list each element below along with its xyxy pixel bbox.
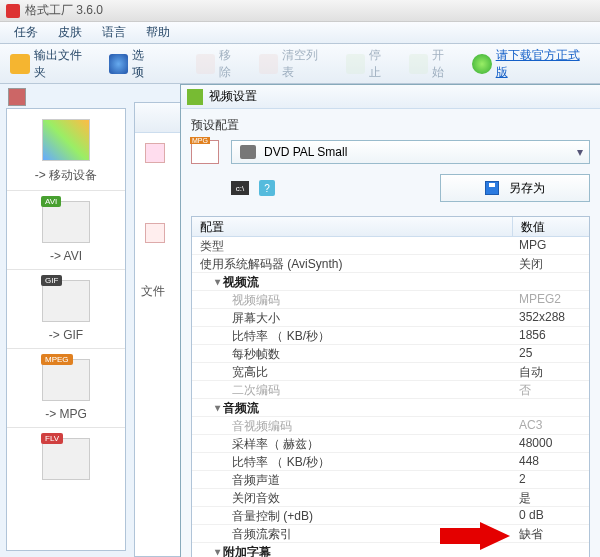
sidebar-item-mpg[interactable]: MPEG -> MPG (7, 349, 125, 428)
preset-mini-icon[interactable] (145, 143, 165, 163)
gif-icon: GIF (42, 280, 90, 322)
window-title: 格式工厂 3.6.0 (25, 2, 103, 19)
sidebar: -> 移动设备 AVI -> AVI GIF -> GIF MPEG -> MP… (6, 108, 126, 551)
grid-row[interactable]: 二次编码否 (192, 381, 589, 399)
grid-row[interactable]: 音频流索引缺省 (192, 525, 589, 543)
grid-row[interactable]: 音频声道2 (192, 471, 589, 489)
preset-label: 预设配置 (191, 117, 590, 134)
sidebar-item-avi[interactable]: AVI -> AVI (7, 191, 125, 270)
grid-row[interactable]: 音频流 (192, 399, 589, 417)
sidebar-item-mobile[interactable]: -> 移动设备 (7, 109, 125, 191)
options-icon (109, 54, 129, 74)
mpg-icon: MPEG (42, 359, 90, 401)
avi-icon: AVI (42, 201, 90, 243)
titlebar: 格式工厂 3.6.0 (0, 0, 600, 22)
grid-row[interactable]: 音量控制 (+dB)0 dB (192, 507, 589, 525)
video-settings-panel: 视频设置 预设配置 DVD PAL Small c:\ ? 另存为 (180, 84, 600, 557)
clear-icon (259, 54, 279, 74)
save-as-button[interactable]: 另存为 (440, 174, 590, 202)
grid-row[interactable]: 音视频编码AC3 (192, 417, 589, 435)
grid-row[interactable]: 视频流 (192, 273, 589, 291)
grid-row[interactable]: 每秒帧数25 (192, 345, 589, 363)
disc-icon (240, 145, 256, 159)
sidebar-item-gif[interactable]: GIF -> GIF (7, 270, 125, 349)
grid-row[interactable]: 宽高比自动 (192, 363, 589, 381)
grid-row[interactable]: 采样率（ 赫兹）48000 (192, 435, 589, 453)
preset-combo[interactable]: DVD PAL Small (231, 140, 590, 164)
output-folder-button[interactable]: 输出文件夹 (4, 45, 99, 83)
grid-row[interactable]: 比特率 （ KB/秒）448 (192, 453, 589, 471)
settings-title: 视频设置 (181, 85, 600, 109)
sidebar-item-flv[interactable]: FLV (7, 428, 125, 480)
start-button: 开始 (403, 45, 462, 83)
grid-row[interactable]: 附加字幕 (192, 543, 589, 557)
grid-row[interactable]: 关闭音效是 (192, 489, 589, 507)
grid-header: 配置 数值 (192, 217, 589, 237)
console-icon[interactable]: c:\ (231, 181, 249, 195)
globe-icon (472, 54, 492, 74)
grid-row[interactable]: 屏幕大小352x288 (192, 309, 589, 327)
mobile-icon (42, 119, 90, 161)
menubar: 任务 皮肤 语言 帮助 (0, 22, 600, 44)
video-tab-icon[interactable] (8, 88, 26, 106)
grid-row[interactable]: 类型MPG (192, 237, 589, 255)
options-button[interactable]: 选项 (103, 45, 162, 83)
start-icon (409, 54, 429, 74)
grid-row[interactable]: 比特率 （ KB/秒）1856 (192, 327, 589, 345)
settings-grid: 配置 数值 类型MPG使用系统解码器 (AviSynth)关闭视频流视频编码MP… (191, 216, 590, 557)
app-icon (6, 4, 20, 18)
menu-help[interactable]: 帮助 (136, 22, 180, 43)
workspace: -> 移动设备 AVI -> AVI GIF -> GIF MPEG -> MP… (0, 84, 600, 557)
menu-language[interactable]: 语言 (92, 22, 136, 43)
remove-icon (196, 54, 216, 74)
stop-button: 停止 (340, 45, 399, 83)
grid-row[interactable]: 使用系统解码器 (AviSynth)关闭 (192, 255, 589, 273)
folder-icon (10, 54, 30, 74)
download-link[interactable]: 请下载官方正式版 (466, 45, 596, 83)
settings-icon (187, 89, 203, 105)
clear-button: 清空列表 (253, 45, 336, 83)
flv-icon: FLV (42, 438, 90, 480)
menu-skin[interactable]: 皮肤 (48, 22, 92, 43)
grid-row[interactable]: 视频编码MPEG2 (192, 291, 589, 309)
menu-task[interactable]: 任务 (4, 22, 48, 43)
file-mini-icon[interactable] (145, 223, 165, 243)
remove-button: 移除 (190, 45, 249, 83)
preset-format-icon (191, 140, 219, 164)
stop-icon (346, 54, 366, 74)
floppy-icon (485, 181, 499, 195)
toolbar: 输出文件夹 选项 移除 清空列表 停止 开始 请下载官方正式版 (0, 44, 600, 84)
help-icon[interactable]: ? (259, 180, 275, 196)
